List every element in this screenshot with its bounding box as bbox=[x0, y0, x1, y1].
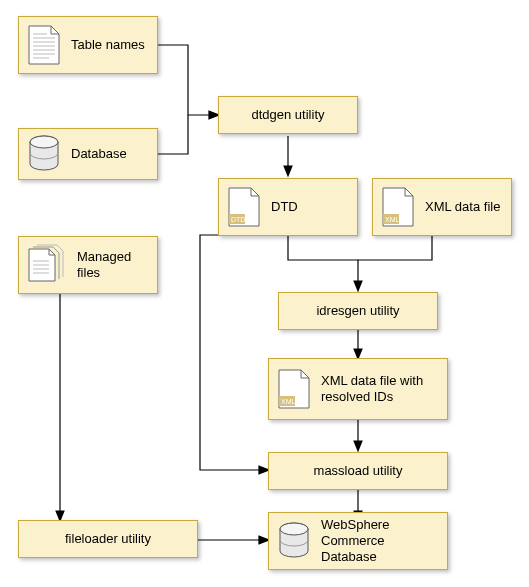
node-label: DTD bbox=[271, 199, 298, 215]
node-label: Database bbox=[71, 146, 127, 162]
svg-text:XML: XML bbox=[385, 216, 400, 223]
diagram-canvas: Table names Database bbox=[0, 0, 529, 587]
node-xml-data-file: XML XML data file bbox=[372, 178, 512, 236]
node-managed-files: Managed files bbox=[18, 236, 158, 294]
files-stack-icon bbox=[27, 243, 67, 287]
node-idresgen-utility: idresgen utility bbox=[278, 292, 438, 330]
node-database-input: Database bbox=[18, 128, 158, 180]
xml-document-icon: XML bbox=[277, 368, 311, 410]
node-dtdgen-utility: dtdgen utility bbox=[218, 96, 358, 134]
xml-document-icon: XML bbox=[381, 186, 415, 228]
node-xml-resolved-ids: XML XML data file with resolved IDs bbox=[268, 358, 448, 420]
node-label: fileloader utility bbox=[65, 531, 151, 547]
svg-point-9 bbox=[30, 136, 58, 148]
database-icon bbox=[27, 135, 61, 173]
node-label: massload utility bbox=[314, 463, 403, 479]
svg-point-21 bbox=[280, 523, 308, 535]
node-dtd: DTD DTD bbox=[218, 178, 358, 236]
node-label: dtdgen utility bbox=[252, 107, 325, 123]
database-icon bbox=[277, 522, 311, 560]
node-massload-utility: massload utility bbox=[268, 452, 448, 490]
node-fileloader-utility: fileloader utility bbox=[18, 520, 198, 558]
node-label: Table names bbox=[71, 37, 145, 53]
svg-text:XML: XML bbox=[281, 398, 296, 405]
node-label: XML data file with resolved IDs bbox=[321, 373, 439, 406]
node-websphere-commerce-database: WebSphere Commerce Database bbox=[268, 512, 448, 570]
node-label: Managed files bbox=[77, 249, 149, 282]
dtd-document-icon: DTD bbox=[227, 186, 261, 228]
document-icon bbox=[27, 24, 61, 66]
svg-text:DTD: DTD bbox=[231, 216, 245, 223]
node-label: XML data file bbox=[425, 199, 500, 215]
node-label: idresgen utility bbox=[316, 303, 399, 319]
node-table-names: Table names bbox=[18, 16, 158, 74]
node-label: WebSphere Commerce Database bbox=[321, 517, 439, 566]
